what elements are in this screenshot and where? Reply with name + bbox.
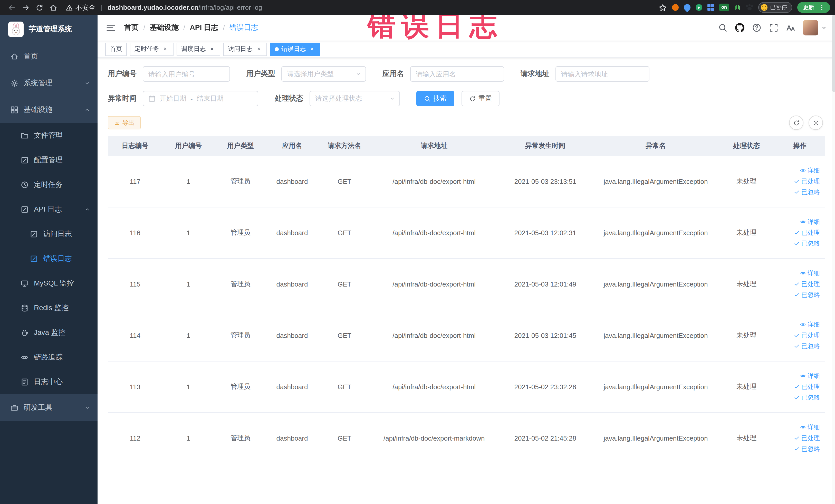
sidebar-item-java[interactable]: Java 监控 xyxy=(0,320,98,345)
action-detail-link[interactable]: 详细 xyxy=(777,217,820,227)
action-processed-link[interactable]: 已处理 xyxy=(777,279,820,289)
refresh-icon xyxy=(793,119,799,126)
browser-back-icon[interactable] xyxy=(5,1,18,14)
action-processed-link[interactable]: 已处理 xyxy=(777,432,820,443)
extension-paused-badge[interactable]: 已暂停 xyxy=(758,2,792,13)
column-settings-button[interactable] xyxy=(809,116,823,130)
sidebar-item-infra[interactable]: 基础设施 xyxy=(0,97,98,123)
sidebar-item-access-log[interactable]: 访问日志 xyxy=(0,222,98,246)
sidebar-item-job[interactable]: 定时任务 xyxy=(0,173,98,197)
extension-drop-icon[interactable] xyxy=(683,3,692,12)
action-detail-link[interactable]: 详细 xyxy=(777,422,820,432)
action-detail-link[interactable]: 详细 xyxy=(777,370,820,381)
help-icon[interactable] xyxy=(752,23,761,32)
action-label: 已处理 xyxy=(801,280,820,288)
security-indicator[interactable]: 不安全 xyxy=(66,3,96,12)
sidebar-item-tracer[interactable]: 链路追踪 xyxy=(0,345,98,370)
browser-update-button[interactable]: 更新 ⋮ xyxy=(797,2,830,13)
app-logo[interactable]: 芋道管理系统 xyxy=(0,15,98,43)
action-ignored-link[interactable]: 已忽略 xyxy=(777,289,820,300)
action-ignored-link[interactable]: 已忽略 xyxy=(777,187,820,198)
table-toolbar: 导出 xyxy=(108,116,825,130)
extension-green-icon[interactable] xyxy=(696,4,702,11)
tab-home[interactable]: 首页 xyxy=(105,42,127,56)
search-button[interactable]: 搜索 xyxy=(416,91,454,106)
user-type-select[interactable]: 请选择用户类型 xyxy=(281,66,366,82)
breadcrumb-separator: / xyxy=(183,24,185,32)
action-processed-link[interactable]: 已处理 xyxy=(777,227,820,238)
monitor-icon xyxy=(21,279,29,287)
eye-icon xyxy=(800,424,806,430)
filter-row-1: 用户编号 用户类型 请选择用户类型 应用名 xyxy=(108,66,825,82)
refresh-table-button[interactable] xyxy=(789,116,803,130)
export-button[interactable]: 导出 xyxy=(108,116,141,129)
breadcrumb-item[interactable]: API 日志 xyxy=(190,23,218,32)
extension-sprout-icon[interactable] xyxy=(734,4,741,11)
fullscreen-icon[interactable] xyxy=(769,23,778,32)
tab-job-log[interactable]: 调度日志× xyxy=(177,42,220,56)
sidebar-item-file[interactable]: 文件管理 xyxy=(0,123,98,148)
action-processed-link[interactable]: 已处理 xyxy=(777,176,820,187)
tab-error-log[interactable]: 错误日志× xyxy=(270,42,320,56)
action-processed-link[interactable]: 已处理 xyxy=(777,381,820,392)
breadcrumb-item[interactable]: 基础设施 xyxy=(150,23,179,32)
action-ignored-link[interactable]: 已忽略 xyxy=(777,238,820,249)
breadcrumb-item[interactable]: 首页 xyxy=(124,23,139,32)
action-ignored-link[interactable]: 已忽略 xyxy=(777,443,820,454)
extension-paw-icon[interactable] xyxy=(746,4,753,11)
start-date-placeholder: 开始日期 xyxy=(160,94,186,103)
address-bar[interactable]: dashboard.yudao.iocoder.cn/infra/log/api… xyxy=(107,4,262,11)
user-menu[interactable] xyxy=(803,20,827,36)
browser-home-icon[interactable] xyxy=(47,1,60,14)
tab-close-icon[interactable]: × xyxy=(208,45,216,53)
extension-orange-icon[interactable] xyxy=(672,4,679,11)
action-detail-link[interactable]: 详细 xyxy=(777,319,820,330)
scrollbar-thumb[interactable] xyxy=(832,15,835,92)
tab-close-icon[interactable]: × xyxy=(162,45,169,53)
sidebar-item-system[interactable]: 系统管理 xyxy=(0,70,98,97)
request-url-input[interactable] xyxy=(555,66,649,82)
sidebar-item-label: 文件管理 xyxy=(34,131,63,140)
extension-grid-icon[interactable] xyxy=(708,4,714,11)
tab-job[interactable]: 定时任务× xyxy=(130,42,174,56)
exception-time-range-picker[interactable]: 开始日期 - 结束日期 xyxy=(143,91,258,106)
app-name-input[interactable] xyxy=(410,66,504,82)
action-detail-link[interactable]: 详细 xyxy=(777,268,820,279)
main-area: 首页/基础设施/API 日志/错误日志 首页定时任务×调度日志×访问日志×错误日… xyxy=(98,15,835,504)
sidebar-item-dev-tools[interactable]: 研发工具 xyxy=(0,395,98,421)
browser-reload-icon[interactable] xyxy=(33,1,46,14)
reset-button[interactable]: 重置 xyxy=(462,91,500,106)
sidebar-item-api-log[interactable]: API 日志 xyxy=(0,197,98,222)
github-icon[interactable] xyxy=(735,23,745,32)
sidebar-item-label: MySQL 监控 xyxy=(34,279,74,288)
bookmark-star-icon[interactable] xyxy=(659,3,667,12)
extension-on-badge[interactable]: on xyxy=(719,4,729,11)
cell-actions: 详细已处理已忽略 xyxy=(775,156,825,207)
tab-close-icon[interactable]: × xyxy=(308,45,316,53)
search-icon[interactable] xyxy=(718,23,728,32)
action-processed-link[interactable]: 已处理 xyxy=(777,330,820,341)
hamburger-icon[interactable] xyxy=(106,23,116,33)
browser-forward-icon[interactable] xyxy=(19,1,32,14)
process-status-select[interactable]: 请选择处理状态 xyxy=(309,91,400,106)
action-label: 已忽略 xyxy=(801,342,820,350)
sidebar-item-error-log[interactable]: 错误日志 xyxy=(0,246,98,271)
coffee-icon xyxy=(21,329,29,337)
end-date-placeholder: 结束日期 xyxy=(197,94,224,103)
range-separator: - xyxy=(190,95,193,102)
tab-access-log[interactable]: 访问日志× xyxy=(223,42,267,56)
font-size-icon[interactable] xyxy=(786,23,795,32)
sidebar-item-redis[interactable]: Redis 监控 xyxy=(0,296,98,320)
sidebar-item-home[interactable]: 首页 xyxy=(0,43,98,70)
sidebar-item-config[interactable]: 配置管理 xyxy=(0,148,98,173)
action-ignored-link[interactable]: 已忽略 xyxy=(777,392,820,403)
back-icon xyxy=(7,3,16,12)
filter-row-2: 异常时间 开始日期 - 结束日期 处理状态 请选择处理状态 xyxy=(108,91,825,106)
user-id-input[interactable] xyxy=(143,66,230,82)
sidebar-item-mysql[interactable]: MySQL 监控 xyxy=(0,271,98,296)
cell-log-id: 116 xyxy=(108,207,162,258)
action-ignored-link[interactable]: 已忽略 xyxy=(777,341,820,351)
tab-close-icon[interactable]: × xyxy=(255,45,262,53)
sidebar-item-log-center[interactable]: 日志中心 xyxy=(0,370,98,395)
action-detail-link[interactable]: 详细 xyxy=(777,165,820,176)
